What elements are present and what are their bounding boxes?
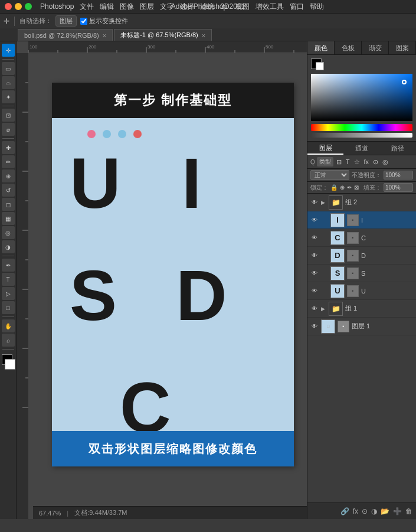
- filter-toggle[interactable]: ◎: [381, 158, 389, 166]
- lock-art-icon[interactable]: ✒: [347, 184, 352, 191]
- document[interactable]: 第一步 制作基础型 U I S D C: [52, 83, 294, 466]
- layer-S[interactable]: 👁 S ▪ S: [307, 265, 416, 282]
- tab-untitled[interactable]: 未标题-1 @ 67.5%(RGB/8) ×: [114, 29, 212, 41]
- menu-window[interactable]: 窗口: [290, 2, 304, 12]
- eye-C[interactable]: 👁: [310, 234, 319, 242]
- letter-U: U: [70, 148, 121, 218]
- fg-bg-swatch-mini[interactable]: [311, 58, 327, 71]
- eraser-tool[interactable]: ◻: [2, 198, 15, 211]
- opacity-input[interactable]: 100%: [384, 171, 413, 179]
- eye-group2[interactable]: 👁: [310, 198, 319, 207]
- show-transform-label: 显示变换控件: [80, 17, 128, 25]
- eye-I[interactable]: 👁: [310, 216, 319, 224]
- status-bar: 67.47% | 文档:9.44M/33.7M: [33, 506, 307, 519]
- menu-image[interactable]: 图像: [120, 2, 134, 12]
- tab-gradient[interactable]: 渐变: [362, 41, 389, 54]
- menu-file[interactable]: 文件: [80, 2, 94, 12]
- layer-U[interactable]: 👁 U ▪ U: [307, 282, 416, 300]
- tab-boli[interactable]: boli.psd @ 72.8%(RGB/8) ×: [18, 29, 113, 41]
- blend-mode-select[interactable]: 正常: [310, 170, 349, 180]
- clone-tool[interactable]: ⊕: [2, 169, 15, 182]
- filter-icon-1[interactable]: ⊟: [335, 158, 343, 166]
- filter-icon-5[interactable]: ⊙: [372, 158, 379, 166]
- dodge-tool[interactable]: ◑: [2, 240, 15, 253]
- link-icon[interactable]: 🔗: [340, 507, 349, 515]
- marquee-tool[interactable]: ▭: [2, 62, 15, 75]
- layer-group1[interactable]: 👁 ▶ 📁 组 1: [307, 300, 416, 318]
- fg-bg-color-swatch[interactable]: [0, 354, 17, 373]
- eye-layer1[interactable]: 👁: [310, 322, 319, 331]
- fx-icon[interactable]: fx: [353, 507, 358, 515]
- lock-row: 锁定： 🔒 ⊕ ✒ ⊠ 填充： 100%: [307, 182, 416, 194]
- menu-app[interactable]: Photoshop: [40, 2, 74, 11]
- opacity-bar[interactable]: [311, 133, 412, 138]
- tab-paths[interactable]: 路径: [380, 142, 416, 155]
- layer-D[interactable]: 👁 D ▪ D: [307, 247, 416, 265]
- group1-arrow[interactable]: ▶: [321, 306, 325, 312]
- eye-group1[interactable]: 👁: [310, 305, 319, 313]
- menu-edit[interactable]: 编辑: [100, 2, 114, 12]
- dot-4: [133, 130, 142, 138]
- close-tab-icon[interactable]: ×: [103, 32, 106, 39]
- healing-tool[interactable]: ✚: [2, 141, 15, 154]
- menu-bar: Photoshop 文件 编辑 图像 图层 文字 选择 滤镜 3D 视图 增效工…: [0, 0, 416, 13]
- close-tab-icon-2[interactable]: ×: [202, 32, 205, 39]
- history-brush[interactable]: ↺: [2, 184, 15, 197]
- eyedropper-tool[interactable]: ⌀: [2, 123, 15, 136]
- layer-select-btn[interactable]: 图层: [55, 15, 77, 27]
- eye-U[interactable]: 👁: [310, 287, 319, 295]
- lock-all-icon[interactable]: ⊠: [354, 184, 359, 191]
- layer-I[interactable]: 👁 I ▪ I: [307, 211, 416, 229]
- text-tool[interactable]: T: [2, 273, 15, 286]
- tab-pattern[interactable]: 图案: [389, 41, 416, 54]
- lock-pos-icon[interactable]: ⊕: [340, 184, 345, 191]
- layer-C[interactable]: 👁 C ▪ C: [307, 229, 416, 247]
- pen-tool[interactable]: ✒: [2, 259, 15, 272]
- tab-swatches[interactable]: 色板: [335, 41, 362, 54]
- magic-wand-tool[interactable]: ✦: [2, 90, 15, 103]
- bg-swatch[interactable]: [316, 62, 324, 70]
- mask-add-icon[interactable]: ⊙: [362, 507, 368, 515]
- eye-S[interactable]: 👁: [310, 269, 319, 278]
- show-transform-checkbox[interactable]: [80, 18, 87, 25]
- fill-input[interactable]: 100%: [384, 183, 413, 192]
- trash-icon[interactable]: 🗑: [405, 507, 412, 515]
- crop-tool[interactable]: ⊡: [2, 109, 15, 122]
- adjustment-icon[interactable]: ◑: [371, 507, 377, 515]
- gradient-tool[interactable]: ▦: [2, 212, 15, 225]
- blur-tool[interactable]: ◎: [2, 226, 15, 239]
- move-tool[interactable]: ✛: [2, 44, 15, 57]
- lasso-tool[interactable]: ⌓: [2, 76, 15, 89]
- color-gradient[interactable]: [311, 74, 412, 121]
- zoom-level: 67.47%: [39, 510, 61, 517]
- spectrum-bar[interactable]: [311, 124, 412, 131]
- new-layer-icon[interactable]: ➕: [393, 507, 402, 515]
- zoom-tool[interactable]: ⌕: [2, 334, 15, 347]
- layer-group2[interactable]: 👁 ▶ 📁 组 2: [307, 194, 416, 211]
- layer-1[interactable]: 👁 □ ▪ 图层 1: [307, 318, 416, 335]
- hand-tool[interactable]: ✋: [2, 319, 15, 332]
- background-color[interactable]: [5, 359, 15, 370]
- menu-plugins[interactable]: 增效工具: [256, 2, 284, 12]
- brush-tool[interactable]: ✏: [2, 155, 15, 168]
- menu-layer[interactable]: 图层: [140, 2, 154, 12]
- folder-add-icon[interactable]: 📂: [381, 507, 389, 515]
- group2-arrow[interactable]: ▶: [321, 200, 325, 205]
- filter-icon-4[interactable]: fx: [363, 158, 371, 165]
- menu-help[interactable]: 帮助: [310, 2, 324, 12]
- tab-layers[interactable]: 图层: [307, 142, 343, 155]
- filter-icon-3[interactable]: ☆: [353, 158, 361, 166]
- eye-D[interactable]: 👁: [310, 252, 319, 260]
- lock-icon[interactable]: 🔒: [330, 184, 338, 191]
- fullscreen-button[interactable]: [25, 3, 32, 10]
- shape-tool[interactable]: □: [2, 301, 15, 314]
- tab-color[interactable]: 颜色: [307, 41, 335, 54]
- tab-channels[interactable]: 通道: [343, 142, 379, 155]
- path-select-tool[interactable]: ▷: [2, 287, 15, 300]
- document-tabs: boli.psd @ 72.8%(RGB/8) × 未标题-1 @ 67.5%(…: [0, 28, 416, 41]
- dots-row: [87, 130, 142, 138]
- filter-icon-2[interactable]: T: [345, 158, 351, 165]
- minimize-button[interactable]: [15, 3, 22, 10]
- close-button[interactable]: [5, 3, 12, 10]
- filter-kind-btn[interactable]: 类型: [317, 157, 333, 167]
